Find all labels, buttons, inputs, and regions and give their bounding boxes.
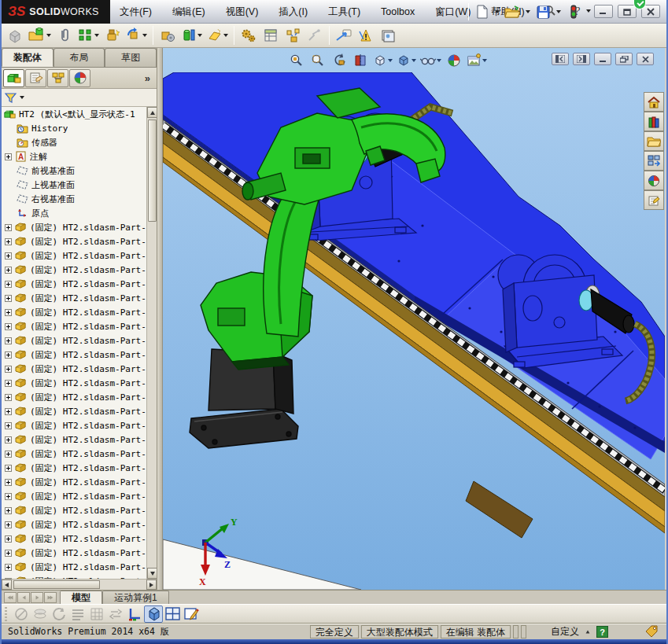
- expand-icon[interactable]: [5, 380, 12, 387]
- apply-scene-button[interactable]: [466, 51, 488, 70]
- display-list-toggle[interactable]: [68, 605, 87, 623]
- expand-icon[interactable]: [5, 153, 12, 160]
- h-scrollbar-thumb[interactable]: [13, 580, 100, 589]
- custom-properties-button[interactable]: [644, 190, 664, 210]
- expand-icon[interactable]: [5, 295, 12, 302]
- reference-geometry-button[interactable]: [205, 25, 230, 46]
- expand-icon[interactable]: [5, 323, 12, 330]
- open-insert-part-button[interactable]: [27, 25, 53, 46]
- expand-icon[interactable]: [5, 281, 12, 288]
- view-orientation-button[interactable]: [372, 51, 393, 70]
- tree-item-fixed-component[interactable]: (固定) HT2.sldasm-Part-: [2, 560, 146, 574]
- expand-icon[interactable]: [5, 422, 12, 429]
- section-view-toggle[interactable]: [12, 605, 31, 623]
- filter-dropdown-icon[interactable]: [20, 96, 24, 99]
- tree-item-top-plane[interactable]: 上视基准面: [2, 178, 146, 192]
- tab-sketch[interactable]: 草图: [105, 48, 157, 67]
- featuremanager-tree-tab[interactable]: [3, 69, 24, 87]
- expand-icon[interactable]: [5, 521, 12, 528]
- file-explorer-button[interactable]: [644, 131, 664, 151]
- open-dropdown-icon[interactable]: [526, 10, 530, 13]
- solidworks-resources-button[interactable]: [644, 92, 664, 112]
- tab-motion-study[interactable]: 运动算例1: [102, 591, 169, 604]
- restore-button[interactable]: [618, 5, 637, 18]
- tree-item-fixed-component[interactable]: (固定) HT2.sldasm-Part-: [2, 432, 146, 447]
- viewport-layout-button[interactable]: [163, 605, 182, 623]
- scroll-left-button[interactable]: [2, 580, 12, 590]
- scroll-right-button[interactable]: [146, 580, 157, 590]
- insert-component-button[interactable]: [5, 25, 25, 46]
- design-library-button[interactable]: [644, 112, 664, 131]
- expand-icon[interactable]: [5, 436, 12, 443]
- customize-arrow-icon[interactable]: [586, 630, 590, 633]
- pane-overflow-chevron[interactable]: »: [145, 72, 150, 84]
- expand-icon[interactable]: [5, 351, 12, 359]
- tree-item-history[interactable]: History: [2, 121, 146, 135]
- shaded-with-edges-button[interactable]: [144, 605, 163, 623]
- previous-view-button[interactable]: [330, 51, 349, 70]
- menu-view[interactable]: 视图(V): [224, 4, 260, 20]
- tree-item-fixed-component[interactable]: (固定) HT2.sldasm-Part-: [2, 234, 146, 248]
- component-pattern-button[interactable]: [76, 25, 101, 46]
- dimxpert-appearance-tab[interactable]: [69, 69, 90, 87]
- expand-icon[interactable]: [5, 465, 12, 472]
- filter-funnel-icon[interactable]: [5, 92, 17, 104]
- reverse-direction-toggle[interactable]: [106, 605, 125, 623]
- document-minimize-button[interactable]: [594, 53, 611, 65]
- save-dropdown-icon[interactable]: [556, 10, 561, 13]
- expand-icon[interactable]: [5, 252, 12, 259]
- view-palette-button[interactable]: [644, 151, 664, 171]
- tab-assembly[interactable]: 装配体: [2, 48, 54, 67]
- tree-item-fixed-component[interactable]: (固定) HT2.sldasm-Part-: [2, 475, 146, 489]
- image-capture-button[interactable]: [378, 25, 398, 46]
- tree-item-fixed-component[interactable]: (固定) HT2.sldasm-Part-: [2, 291, 146, 305]
- menu-edit[interactable]: 编辑(E): [171, 4, 207, 20]
- expand-icon[interactable]: [5, 493, 12, 500]
- tree-item-fixed-component[interactable]: (固定) HT2.sldasm-Part-: [2, 546, 146, 560]
- tree-vertical-scrollbar[interactable]: [146, 107, 157, 579]
- quick-sketch-button[interactable]: [182, 605, 201, 623]
- expand-icon[interactable]: [5, 238, 12, 245]
- collapse-pane-left-button[interactable]: [552, 53, 569, 65]
- 3d-model-scene[interactable]: Y Z X: [163, 72, 665, 590]
- expand-icon[interactable]: [5, 564, 12, 571]
- exploded-view-button[interactable]: [282, 25, 303, 46]
- tree-item-annotations[interactable]: A 注解: [2, 149, 146, 164]
- expand-icon[interactable]: [5, 451, 12, 458]
- tree-item-fixed-component[interactable]: (固定) HT2.sldasm-Part-: [2, 447, 146, 461]
- minimize-button[interactable]: [594, 5, 613, 18]
- configurationmanager-tab[interactable]: [47, 69, 68, 87]
- section-view-button[interactable]: [351, 51, 370, 70]
- coordinate-system-button[interactable]: [125, 605, 144, 623]
- tree-item-fixed-component[interactable]: (固定) HT2.sldasm-Part-: [2, 220, 146, 234]
- tree-item-fixed-component[interactable]: (固定) HT2.sldasm-Part-: [2, 461, 146, 475]
- menu-file[interactable]: 文件(F): [118, 4, 153, 20]
- tree-item-fixed-component[interactable]: (固定) HT2.sldasm-Part-: [2, 248, 146, 263]
- save-button[interactable]: [533, 2, 552, 21]
- tree-item-fixed-component[interactable]: (固定) HT2.sldasm-Part-: [2, 489, 146, 503]
- edit-appearance-button[interactable]: [445, 51, 463, 70]
- toolbar-grip[interactable]: [5, 607, 7, 621]
- tab-layout[interactable]: 布局: [54, 48, 105, 67]
- tree-root-assembly[interactable]: HT2 (默认<默认_显示状态-1: [2, 107, 146, 121]
- propertymanager-tab[interactable]: [25, 69, 46, 87]
- status-customize[interactable]: 自定义: [551, 625, 579, 638]
- display-style-button[interactable]: [396, 51, 417, 70]
- assembly-xpert-button[interactable]: [356, 25, 376, 46]
- motion-study-button[interactable]: [238, 25, 259, 46]
- rotate-view-toggle[interactable]: [50, 605, 68, 623]
- expand-icon[interactable]: [5, 507, 12, 514]
- tree-item-fixed-component[interactable]: (固定) HT2.sldasm-Part-: [2, 362, 146, 376]
- prev-tab-button[interactable]: [17, 592, 30, 603]
- last-tab-button[interactable]: [44, 592, 57, 603]
- expand-icon[interactable]: [5, 366, 12, 373]
- rotate-component-button[interactable]: [124, 25, 149, 46]
- tree-item-right-plane[interactable]: 右视基准面: [2, 192, 146, 206]
- grid-toggle[interactable]: [87, 605, 106, 623]
- appearances-scenes-button[interactable]: [644, 171, 664, 190]
- scrollbar-thumb[interactable]: [148, 120, 157, 222]
- expand-icon[interactable]: [5, 394, 12, 401]
- tree-item-fixed-component[interactable]: (固定) HT2.sldasm-Part-: [2, 390, 146, 404]
- expand-icon[interactable]: [5, 337, 12, 344]
- tree-item-fixed-component[interactable]: (固定) HT2.sldasm-Part-: [2, 418, 146, 432]
